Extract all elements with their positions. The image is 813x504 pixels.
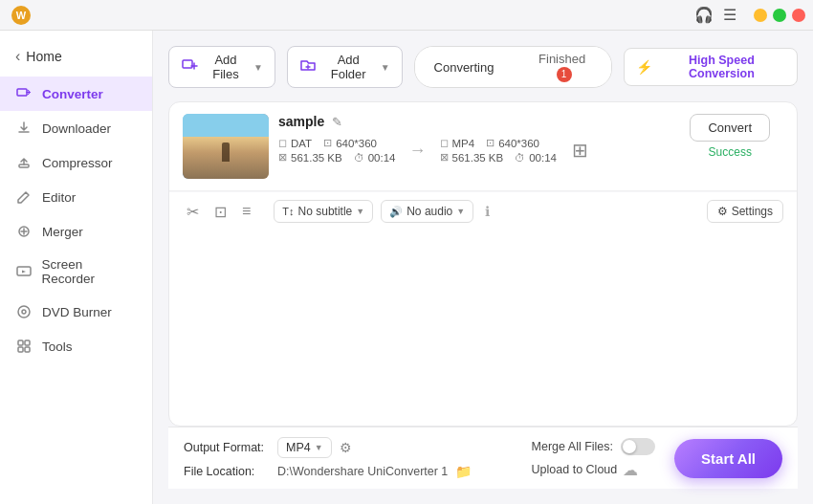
add-folder-button[interactable]: Add Folder ▼ xyxy=(287,46,403,88)
source-duration: 00:14 xyxy=(368,152,396,164)
file-location-row: File Location: D:\Wondershare UniConvert… xyxy=(184,464,513,479)
sidebar-item-editor[interactable]: Editor xyxy=(0,180,152,214)
sidebar-item-downloader[interactable]: Downloader xyxy=(0,111,152,145)
source-size: 561.35 KB xyxy=(291,152,342,164)
output-format-select[interactable]: MP4 ▼ xyxy=(277,437,332,458)
file-settings-area: ⊞ xyxy=(572,139,588,162)
tools-label: Tools xyxy=(42,340,73,354)
add-folder-caret-icon: ▼ xyxy=(381,62,390,73)
crop-icon[interactable]: ⊡ xyxy=(210,201,231,223)
editor-label: Editor xyxy=(42,190,76,205)
tab-converting-label: Converting xyxy=(434,60,494,75)
converter-icon xyxy=(15,85,33,102)
source-format: DAT xyxy=(291,138,312,149)
add-files-icon xyxy=(181,56,198,77)
add-files-button[interactable]: Add Files ▼ xyxy=(168,46,275,88)
thumbnail-image xyxy=(183,114,269,179)
bolt-icon: ⚡ xyxy=(636,59,652,75)
toggle-knob xyxy=(623,440,636,453)
file-name: sample xyxy=(278,114,324,129)
titlebar: W 🎧 ☰ xyxy=(0,0,813,31)
sidebar-item-converter[interactable]: Converter xyxy=(0,77,152,111)
svg-rect-9 xyxy=(25,347,30,352)
converter-label: Converter xyxy=(42,87,103,101)
merge-files-toggle[interactable] xyxy=(621,438,655,455)
target-meta: ◻ MP4 ⊡ 640*360 ⊠ 561.35 KB ⏱ 00:14 xyxy=(440,137,558,164)
add-folder-icon xyxy=(299,56,317,77)
output-format-value: MP4 xyxy=(286,441,311,454)
start-all-button[interactable]: Start All xyxy=(674,439,782,478)
file-item: sample ✎ ◻ DAT ⊡ 640*360 xyxy=(169,102,797,191)
editor-icon xyxy=(15,188,33,206)
target-format-icon: ◻ xyxy=(440,137,449,149)
cut-icon[interactable]: ✂ xyxy=(183,201,203,223)
tab-finished-label: Finished xyxy=(538,52,585,66)
settings-button[interactable]: ⚙ Settings xyxy=(707,200,783,223)
convert-arrow-icon: → xyxy=(402,141,434,161)
compressor-label: Compressor xyxy=(42,156,113,170)
subtitle-icon: T↕ xyxy=(282,206,294,217)
tab-finished[interactable]: Finished 1 xyxy=(513,47,610,87)
minimize-button[interactable] xyxy=(754,9,767,22)
back-arrow-icon: ‹ xyxy=(15,48,20,65)
start-all-label: Start All xyxy=(701,450,756,467)
file-location-value: D:\Wondershare UniConverter 1 xyxy=(277,465,448,478)
home-button[interactable]: ‹ Home xyxy=(0,42,152,77)
sidebar: ‹ Home Converter Downloader xyxy=(0,31,153,504)
thumbnail-figure xyxy=(222,142,230,162)
sidebar-item-screen-recorder[interactable]: Screen Recorder xyxy=(0,249,152,295)
svg-rect-0 xyxy=(17,89,27,96)
output-format-row: Output Format: MP4 ▼ ⚙ xyxy=(184,437,513,458)
maximize-button[interactable] xyxy=(773,9,786,22)
audio-select[interactable]: 🔊 No audio ▼ xyxy=(381,200,473,223)
main-content: Add Files ▼ Add Folder ▼ Converting xyxy=(153,31,813,504)
high-speed-button[interactable]: ⚡ High Speed Conversion xyxy=(624,48,798,86)
high-speed-label: High Speed Conversion xyxy=(658,54,785,80)
target-duration-icon: ⏱ xyxy=(515,152,525,164)
svg-rect-7 xyxy=(25,340,30,345)
size-icon: ⊠ xyxy=(278,151,287,164)
dvd-burner-label: DVD Burner xyxy=(42,305,112,319)
svg-rect-10 xyxy=(183,60,192,68)
target-resolution: 640*360 xyxy=(498,138,539,149)
close-button[interactable] xyxy=(792,9,805,22)
merger-label: Merger xyxy=(42,225,83,239)
subtitle-select[interactable]: T↕ No subtitle ▼ xyxy=(274,200,373,223)
content-area: sample ✎ ◻ DAT ⊡ 640*360 xyxy=(168,101,798,427)
screen-recorder-label: Screen Recorder xyxy=(42,257,137,286)
edit-icon[interactable]: ✎ xyxy=(332,115,342,129)
target-size-icon: ⊠ xyxy=(440,151,449,164)
info-icon[interactable]: ℹ xyxy=(485,204,490,219)
svg-rect-6 xyxy=(18,340,23,345)
file-settings-icon[interactable]: ⊞ xyxy=(572,139,588,162)
svg-point-4 xyxy=(18,306,30,318)
merge-files-label: Merge All Files: xyxy=(532,440,613,453)
file-thumbnail xyxy=(183,114,269,179)
sidebar-item-tools[interactable]: Tools xyxy=(0,329,152,363)
screen-recorder-icon xyxy=(15,263,33,280)
sidebar-item-compressor[interactable]: Compressor xyxy=(0,145,152,180)
add-files-caret-icon: ▼ xyxy=(253,62,263,73)
sidebar-item-dvd-burner[interactable]: DVD Burner xyxy=(0,295,152,329)
folder-icon[interactable]: 📁 xyxy=(455,464,472,479)
format-caret-icon: ▼ xyxy=(315,443,323,452)
dvd-burner-icon xyxy=(15,303,33,320)
upload-cloud-label: Upload to Cloud xyxy=(532,463,618,476)
cloud-upload-icon[interactable]: ☁ xyxy=(623,461,638,479)
headphone-icon[interactable]: 🎧 xyxy=(694,6,714,24)
tab-group: Converting Finished 1 xyxy=(414,46,612,88)
bottom-left: Output Format: MP4 ▼ ⚙ File Location: D:… xyxy=(184,437,513,479)
titlebar-icons: 🎧 ☰ xyxy=(694,6,736,24)
downloader-icon xyxy=(15,120,33,137)
convert-button[interactable]: Convert xyxy=(690,114,770,142)
success-text: Success xyxy=(709,145,752,159)
format-settings-icon[interactable]: ⚙ xyxy=(340,440,352,455)
duration-icon: ⏱ xyxy=(354,152,364,164)
tab-converting[interactable]: Converting xyxy=(415,47,514,87)
merge-files-area: Merge All Files: xyxy=(532,438,655,455)
menu-icon[interactable]: ☰ xyxy=(723,6,736,24)
toolbar: Add Files ▼ Add Folder ▼ Converting xyxy=(168,46,798,88)
sidebar-item-merger[interactable]: Merger xyxy=(0,214,152,249)
finished-badge: 1 xyxy=(557,67,572,82)
filter-icon[interactable]: ≡ xyxy=(238,201,254,222)
